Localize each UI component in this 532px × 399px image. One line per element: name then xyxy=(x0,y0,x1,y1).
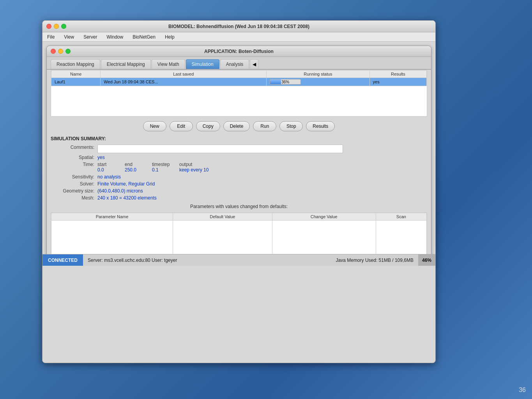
col-results: Results xyxy=(369,71,426,78)
time-value-output: keep every 10 xyxy=(179,167,209,173)
comments-input[interactable] xyxy=(97,145,343,153)
outer-window-title: BIOMODEL: Bohnendiffusion (Wed Jun 18 09… xyxy=(168,24,309,29)
sim-name: Lauf1 xyxy=(51,78,101,86)
mesh-label: Mesh: xyxy=(51,195,97,201)
param-col-scan: Scan xyxy=(376,213,426,221)
inner-traffic-lights xyxy=(51,49,71,54)
stop-button[interactable]: Stop xyxy=(279,121,303,131)
spatial-row: Spatial: yes xyxy=(51,155,427,160)
tab-reaction-mapping[interactable]: Reaction Mapping xyxy=(51,59,100,69)
menu-window[interactable]: Window xyxy=(105,34,125,41)
time-header-start: start xyxy=(97,162,125,167)
time-row: Time: start end timestep output 0.0 250.… xyxy=(51,162,427,173)
inner-close-button[interactable] xyxy=(51,49,56,54)
progress-bar: 36% xyxy=(270,79,301,85)
inner-window-title: APPLICATION: Boten-Diffusion xyxy=(204,49,274,54)
menu-server[interactable]: Server xyxy=(82,34,99,41)
time-header-timestep: timestep xyxy=(152,162,179,167)
status-server: Server: ms3.vcell.uchc.edu:80 User: tgey… xyxy=(83,258,331,263)
time-headers-row: start end timestep output xyxy=(97,162,209,167)
time-header-output: output xyxy=(179,162,209,167)
simulation-summary: SIMULATION SUMMARY: Comments: Spatial: y… xyxy=(47,136,431,209)
params-table-wrap: Parameter Name Default Value Change Valu… xyxy=(51,212,427,260)
sim-last-saved: Wed Jun 18 09:04:38 CES... xyxy=(101,78,267,86)
comments-label: Comments: xyxy=(51,145,97,150)
sim-table-row[interactable]: Lauf1 Wed Jun 18 09:04:38 CES... 36% yes xyxy=(51,78,427,86)
outer-window: BIOMODEL: Bohnendiffusion (Wed Jun 18 09… xyxy=(42,20,436,363)
mesh-row: Mesh: 240 x 180 = 43200 elements xyxy=(51,195,427,201)
sim-table-wrap: Name Last saved Running status Results L… xyxy=(51,70,427,117)
traffic-lights xyxy=(46,24,66,29)
time-grid: start end timestep output 0.0 250.0 0.1 … xyxy=(97,162,209,173)
geometry-value: (640.0,480.0) microns xyxy=(97,188,143,194)
edit-button[interactable]: Edit xyxy=(170,121,193,131)
close-button[interactable] xyxy=(46,24,51,29)
menu-help[interactable]: Help xyxy=(163,34,176,41)
status-memory: Java Memory Used: 51MB / 109,6MB xyxy=(331,258,418,263)
geometry-row: Geometry size: (640.0,480.0) microns xyxy=(51,188,427,194)
minimize-button[interactable] xyxy=(54,24,59,29)
outer-titlebar: BIOMODEL: Bohnendiffusion (Wed Jun 18 09… xyxy=(42,21,435,32)
status-percent: 46% xyxy=(418,254,435,266)
comments-row: Comments: xyxy=(51,145,427,153)
menubar: File View Server Window BioNetGen Help xyxy=(42,32,435,42)
sim-table: Name Last saved Running status Results L… xyxy=(51,70,427,86)
inner-titlebar: APPLICATION: Boten-Diffusion xyxy=(47,46,431,57)
sim-results: yes xyxy=(369,78,426,86)
solver-value: Finite Volume, Regular Grid xyxy=(97,181,155,187)
params-cell-2 xyxy=(173,221,272,260)
menu-file[interactable]: File xyxy=(46,34,56,41)
inner-maximize-button[interactable] xyxy=(65,49,71,54)
param-col-default: Default Value xyxy=(173,213,272,221)
spatial-label: Spatial: xyxy=(51,155,97,160)
menu-view[interactable]: View xyxy=(62,34,76,41)
copy-button[interactable]: Copy xyxy=(196,121,220,131)
new-button[interactable]: New xyxy=(143,121,166,131)
maximize-button[interactable] xyxy=(61,24,66,29)
params-title: Parameters with values changed from defa… xyxy=(51,204,427,209)
tab-scroll-arrow[interactable]: ◀ xyxy=(250,59,258,69)
sensitivity-label: Sensitivity: xyxy=(51,174,97,180)
page-number: 36 xyxy=(519,387,526,394)
tab-analysis[interactable]: Analysis xyxy=(220,59,249,69)
sim-summary-title: SIMULATION SUMMARY: xyxy=(51,136,427,141)
param-col-name: Parameter Name xyxy=(51,213,173,221)
inner-window: APPLICATION: Boten-Diffusion Reaction Ma… xyxy=(46,46,431,262)
time-label: Time: xyxy=(51,162,97,167)
tab-view-math[interactable]: View Math xyxy=(152,59,185,69)
col-last-saved: Last saved xyxy=(101,71,267,78)
params-cell-1 xyxy=(51,221,173,260)
tab-simulation[interactable]: Simulation xyxy=(186,59,219,69)
time-value-end: 250.0 xyxy=(125,167,152,173)
menu-bionetgen[interactable]: BioNetGen xyxy=(131,34,157,41)
results-button[interactable]: Results xyxy=(306,121,335,131)
geometry-label: Geometry size: xyxy=(51,188,97,194)
mesh-value: 240 x 180 = 43200 elements xyxy=(97,195,157,201)
time-values-row: 0.0 250.0 0.1 keep every 10 xyxy=(97,167,209,173)
status-connected: CONNECTED xyxy=(42,254,83,266)
params-empty-row xyxy=(51,221,427,260)
time-header-end: end xyxy=(125,162,152,167)
time-value-start: 0.0 xyxy=(97,167,125,173)
params-cell-3 xyxy=(272,221,376,260)
sensitivity-row: Sensitivity: no analysis xyxy=(51,174,427,180)
inner-minimize-button[interactable] xyxy=(58,49,63,54)
time-value-timestep: 0.1 xyxy=(152,167,179,173)
col-running-status: Running status xyxy=(267,71,369,78)
solver-label: Solver: xyxy=(51,181,97,187)
param-col-change: Change Value xyxy=(272,213,376,221)
tabs-bar: Reaction Mapping Electrical Mapping View… xyxy=(47,57,431,70)
progress-label: 36% xyxy=(270,79,300,84)
sensitivity-value: no analysis xyxy=(97,174,121,180)
tab-electrical-mapping[interactable]: Electrical Mapping xyxy=(101,59,151,69)
status-bar: CONNECTED Server: ms3.vcell.uchc.edu:80 … xyxy=(42,254,435,266)
delete-button[interactable]: Delete xyxy=(223,121,250,131)
sim-running-status: 36% xyxy=(267,78,369,86)
outer-content: APPLICATION: Boten-Diffusion Reaction Ma… xyxy=(42,42,435,266)
button-row: New Edit Copy Delete Run Stop Results xyxy=(47,117,431,136)
run-button[interactable]: Run xyxy=(253,121,276,131)
spatial-value: yes xyxy=(97,155,105,160)
solver-row: Solver: Finite Volume, Regular Grid xyxy=(51,181,427,187)
col-name: Name xyxy=(51,71,101,78)
params-cell-4 xyxy=(376,221,426,260)
